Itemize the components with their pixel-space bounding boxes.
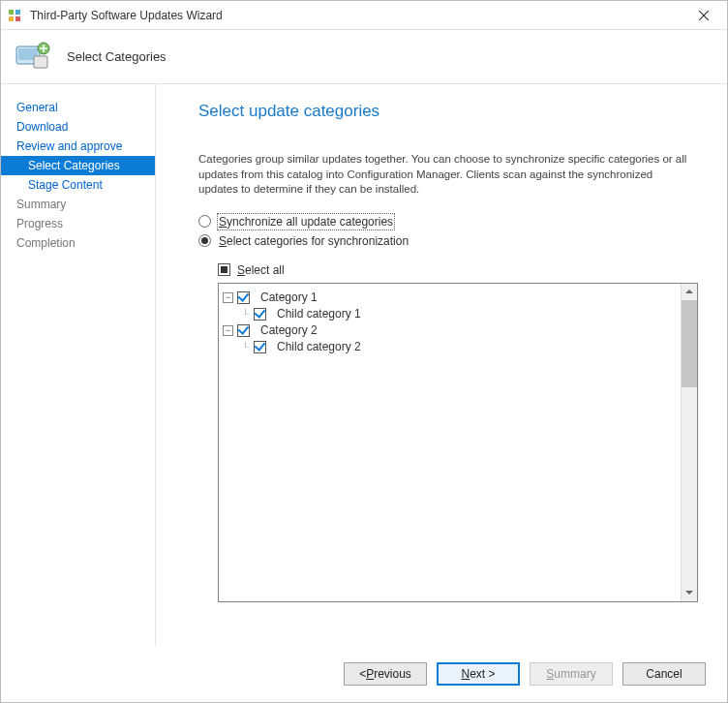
wizard-sidebar: General Download Review and approve Sele… (1, 84, 156, 646)
scroll-track[interactable] (682, 387, 697, 585)
nav-summary[interactable]: Summary (1, 195, 155, 214)
radio-icon (198, 215, 211, 228)
radio-select-categories-label: Select categories for synchronization (219, 234, 409, 248)
summary-button: Summary (530, 662, 613, 686)
nav-review-approve[interactable]: Review and approve (1, 137, 155, 156)
tree-item-category-1[interactable]: − Category 1 (223, 290, 693, 306)
nav-stage-content[interactable]: Stage Content (1, 175, 155, 195)
radio-sync-all[interactable]: Synchronize all update categories (198, 215, 698, 229)
scroll-down-icon[interactable] (682, 585, 697, 601)
wizard-header: Select Categories (1, 30, 727, 84)
wizard-window: Third-Party Software Updates Wizard Sele… (0, 0, 728, 703)
svg-rect-8 (34, 56, 47, 68)
page-title: Select update categories (198, 102, 698, 121)
scroll-up-icon[interactable] (682, 284, 697, 300)
checkbox-icon[interactable] (237, 291, 250, 304)
nav-select-categories[interactable]: Select Categories (1, 156, 155, 175)
svg-rect-1 (15, 10, 20, 15)
close-button[interactable] (686, 4, 721, 27)
tree-connector-icon: └ (238, 342, 254, 352)
checkbox-icon (218, 263, 230, 276)
checkbox-icon[interactable] (254, 341, 266, 353)
titlebar: Third-Party Software Updates Wizard (1, 1, 727, 30)
wizard-header-title: Select Categories (67, 49, 167, 64)
checkbox-icon[interactable] (254, 308, 266, 321)
page-description: Categories group similar updates togethe… (198, 152, 698, 198)
wizard-main: Select update categories Categories grou… (156, 84, 727, 646)
radio-icon (198, 234, 211, 247)
svg-rect-2 (9, 16, 14, 21)
app-icon (7, 8, 22, 23)
collapse-icon[interactable]: − (223, 292, 233, 303)
category-tree: − Category 1 └ Child category 1 − Catego… (218, 283, 698, 602)
svg-rect-0 (9, 10, 14, 15)
nav-general[interactable]: General (1, 98, 155, 117)
cancel-button[interactable]: Cancel (622, 662, 706, 686)
wizard-footer: < Previous Next > Summary Cancel (1, 646, 727, 702)
nav-completion[interactable]: Completion (1, 233, 155, 253)
next-button[interactable]: Next > (437, 662, 520, 686)
tree-item-category-2[interactable]: − Category 2 (223, 322, 693, 339)
nav-progress[interactable]: Progress (1, 214, 155, 233)
wizard-icon (13, 37, 53, 77)
close-icon (699, 11, 709, 20)
previous-button[interactable]: < Previous (344, 662, 427, 686)
tree-item-child-2[interactable]: └ Child category 2 (223, 339, 693, 355)
tree-item-child-1[interactable]: └ Child category 1 (223, 306, 693, 322)
nav-download[interactable]: Download (1, 117, 155, 137)
tree-scrollbar[interactable] (681, 284, 697, 601)
radio-sync-all-label: Synchronize all update categories (219, 215, 393, 229)
svg-rect-3 (15, 16, 20, 21)
checkbox-icon[interactable] (237, 324, 250, 337)
select-all-checkbox[interactable]: Select all (218, 263, 698, 277)
wizard-body: General Download Review and approve Sele… (1, 84, 727, 646)
radio-select-categories[interactable]: Select categories for synchronization (198, 234, 698, 248)
select-all-label: Select all (237, 263, 285, 277)
tree-connector-icon: └ (238, 309, 254, 320)
collapse-icon[interactable]: − (223, 325, 233, 336)
window-title: Third-Party Software Updates Wizard (30, 9, 686, 22)
scroll-thumb[interactable] (682, 300, 697, 387)
